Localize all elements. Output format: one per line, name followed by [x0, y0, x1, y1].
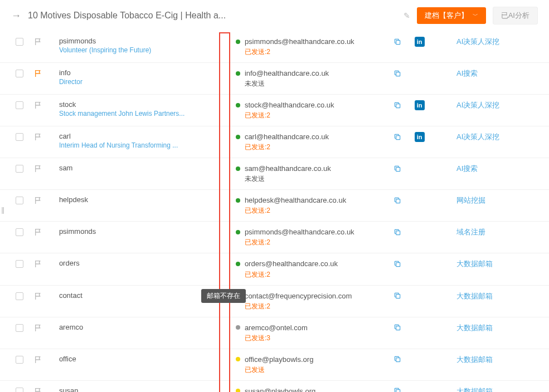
svg-rect-0 — [396, 41, 400, 45]
table-row: office office@playbowls.org 已发送 大数据邮箱 — [0, 349, 549, 380]
copy-icon[interactable] — [393, 133, 401, 141]
archive-button[interactable]: 建档【客户】 ﹀ — [417, 7, 486, 24]
row-checkbox[interactable] — [16, 228, 23, 236]
flag-icon[interactable] — [34, 292, 43, 301]
contact-email: carl@healthandcare.co.uk — [245, 133, 329, 141]
row-checkbox[interactable] — [16, 324, 23, 332]
flag-icon[interactable] — [34, 37, 43, 46]
copy-icon[interactable] — [393, 70, 401, 77]
flag-icon[interactable] — [34, 387, 43, 392]
flag-icon[interactable] — [34, 259, 43, 268]
contact-email: psimmonds@healthandcare.co.uk — [245, 37, 354, 46]
flag-icon[interactable] — [34, 69, 43, 78]
sent-status: 已发送:3 — [236, 334, 389, 343]
copy-icon[interactable] — [393, 197, 401, 204]
flag-icon[interactable] — [34, 133, 43, 141]
svg-rect-9 — [396, 326, 400, 330]
copy-icon[interactable] — [393, 355, 401, 363]
contact-email: stock@healthandcare.co.uk — [245, 101, 334, 109]
sent-status: 已发送:2 — [236, 206, 389, 215]
row-checkbox[interactable] — [16, 38, 23, 46]
status-dot-icon — [236, 389, 240, 392]
action-link[interactable]: 大数据邮箱 — [456, 324, 493, 332]
action-link[interactable]: AI决策人深挖 — [456, 133, 499, 141]
status-dot-icon — [236, 230, 240, 234]
row-checkbox[interactable] — [16, 70, 23, 77]
copy-icon[interactable] — [393, 292, 401, 300]
action-link[interactable]: 大数据邮箱 — [456, 387, 493, 392]
copy-icon[interactable] — [393, 101, 401, 109]
contact-name: aremco — [59, 323, 231, 331]
copy-icon[interactable] — [393, 228, 401, 236]
action-link[interactable]: AI决策人深挖 — [456, 37, 499, 46]
action-link[interactable]: AI决策人深挖 — [456, 101, 499, 109]
svg-rect-1 — [396, 72, 400, 76]
linkedin-icon[interactable]: in — [415, 37, 425, 47]
status-dot-icon — [236, 357, 240, 361]
row-checkbox[interactable] — [16, 101, 23, 109]
row-checkbox[interactable] — [16, 165, 23, 173]
flag-icon[interactable] — [34, 101, 43, 110]
copy-icon[interactable] — [393, 260, 401, 268]
row-checkbox[interactable] — [16, 388, 23, 392]
action-link[interactable]: AI搜索 — [456, 69, 478, 77]
flag-icon[interactable] — [34, 228, 43, 237]
action-link[interactable]: 域名注册 — [456, 228, 485, 236]
contact-name: stock — [59, 100, 231, 109]
action-link[interactable]: AI搜索 — [456, 164, 478, 173]
table-row: carlInterim Head of Nursing Transforming… — [0, 126, 549, 158]
status-dot-icon — [236, 40, 240, 44]
archive-button-label: 建档【客户】 — [425, 11, 468, 21]
contact-email: sam@healthandcare.co.uk — [245, 164, 331, 173]
svg-rect-5 — [396, 199, 400, 203]
contact-email: info@healthandcare.co.uk — [245, 69, 329, 77]
contact-subtitle: Director — [59, 78, 231, 86]
page-title: 10 Motives Disposable Tobacco E-Cig | He… — [28, 11, 392, 21]
copy-icon[interactable] — [393, 165, 401, 173]
tooltip: 邮箱不存在 — [201, 289, 246, 303]
svg-rect-10 — [396, 358, 400, 362]
analyzed-button[interactable]: 已AI分析 — [493, 7, 538, 24]
contact-name: susan — [59, 386, 231, 392]
table-row: helpdesk helpdesk@healthandcare.co.uk 已发… — [0, 190, 549, 222]
row-checkbox[interactable] — [16, 292, 23, 300]
flag-icon[interactable] — [34, 164, 43, 173]
back-arrow-icon[interactable]: → — [11, 10, 21, 22]
status-dot-icon — [236, 198, 240, 203]
status-dot-icon — [236, 166, 240, 171]
contact-name: carl — [59, 132, 231, 140]
linkedin-icon[interactable]: in — [415, 100, 425, 110]
contact-email: helpdesk@healthandcare.co.uk — [245, 196, 346, 204]
status-dot-icon — [236, 262, 240, 266]
action-link[interactable]: 大数据邮箱 — [456, 355, 493, 364]
row-checkbox[interactable] — [16, 356, 23, 364]
sent-status: 已发送 — [236, 365, 389, 375]
flag-icon[interactable] — [34, 355, 43, 364]
action-link[interactable]: 大数据邮箱 — [456, 259, 493, 268]
svg-rect-2 — [396, 104, 400, 108]
svg-rect-3 — [396, 136, 400, 140]
copy-icon[interactable] — [393, 387, 401, 392]
copy-icon[interactable] — [393, 324, 401, 331]
svg-rect-7 — [396, 263, 400, 267]
action-link[interactable]: 大数据邮箱 — [456, 292, 493, 300]
contact-name: info — [59, 68, 231, 77]
sent-status: 已发送:2 — [236, 270, 389, 280]
sent-status: 未发送 — [236, 79, 389, 89]
svg-rect-11 — [396, 390, 400, 392]
linkedin-icon[interactable]: in — [415, 132, 425, 142]
svg-rect-8 — [396, 295, 400, 298]
row-checkbox[interactable] — [16, 260, 23, 268]
edit-icon[interactable]: ✎ — [404, 11, 410, 20]
table-wrapper: psimmondsVolunteer (Inspiring the Future… — [0, 31, 549, 392]
svg-rect-6 — [396, 231, 400, 235]
contact-subtitle: Stock management John Lewis Partners... — [59, 110, 231, 117]
flag-icon[interactable] — [34, 324, 43, 332]
action-link[interactable]: 网站挖掘 — [456, 196, 485, 204]
row-checkbox[interactable] — [16, 133, 23, 141]
flag-icon[interactable] — [34, 196, 43, 205]
contact-name: helpdesk — [59, 195, 231, 204]
row-checkbox[interactable] — [16, 197, 23, 204]
copy-icon[interactable] — [393, 38, 401, 46]
sent-status: 已发送:2 — [236, 302, 389, 311]
